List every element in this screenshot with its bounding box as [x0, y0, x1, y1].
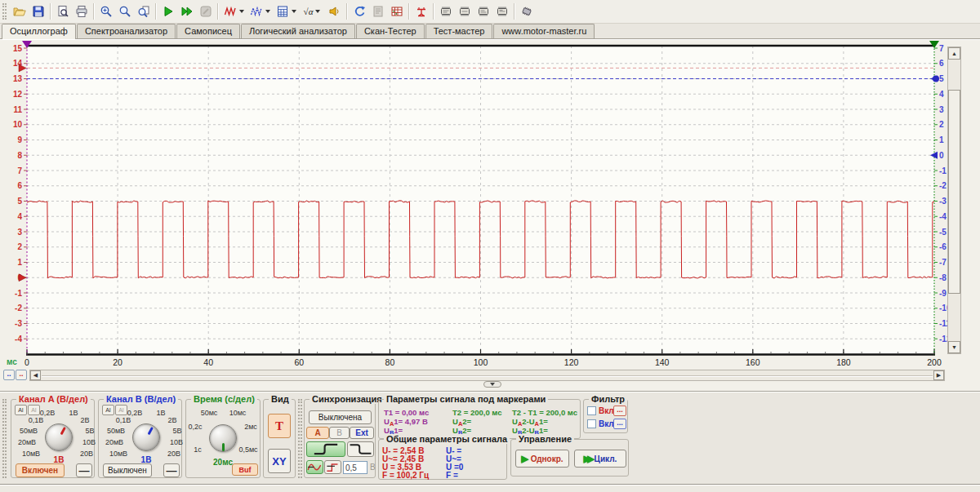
time-title: Время (с/дел) — [191, 394, 257, 404]
chip-4-icon[interactable] — [492, 2, 511, 20]
print-icon[interactable] — [72, 2, 91, 20]
chip-5-icon[interactable] — [517, 2, 536, 20]
print-preview-icon[interactable] — [53, 2, 72, 20]
channel-b-mode-1-button[interactable]: АІ — [102, 405, 114, 415]
falling-edge-icon — [348, 442, 373, 456]
svg-text:15: 15 — [13, 44, 23, 53]
axis-b-toggle-button[interactable]: .. — [16, 370, 27, 380]
channel-b-power-button[interactable]: Выключен — [103, 463, 152, 477]
general-params-title: Общие параметры сигнала — [384, 434, 510, 444]
run-control-group: Управление ▶ Однокр. ▶▶Цикл. — [510, 439, 629, 476]
buffer-button[interactable]: Buf — [232, 463, 258, 476]
view-t-button[interactable]: T — [268, 414, 291, 438]
svg-text:3: 3 — [17, 228, 22, 237]
scrollbar-track[interactable] — [42, 375, 933, 377]
scroll-up-icon[interactable]: ▲ — [948, 47, 960, 60]
sync-source-ext-button[interactable]: Ext — [350, 427, 374, 439]
svg-text:7: 7 — [17, 166, 22, 175]
filter-a-more-button[interactable]: ... — [613, 406, 626, 416]
view-xy-button[interactable]: XY — [268, 449, 291, 473]
tab-recorder[interactable]: Самописец — [176, 24, 240, 38]
tab-oscilloscope[interactable]: Осциллограф — [2, 24, 76, 39]
start-cycle-icon[interactable] — [177, 2, 196, 20]
knob-pointer — [60, 427, 65, 435]
tab-scan-tester[interactable]: Скан-Тестер — [356, 24, 425, 38]
sync-rising-edge-button[interactable] — [306, 441, 345, 457]
channel-a-group: Канал A (В/дел) АІ АІ 0,2В1В0,1В2В50мВ5В… — [11, 399, 95, 478]
double-play-icon: ▶▶ — [584, 454, 591, 463]
tab-logic-analyzer[interactable]: Логический анализатор — [241, 24, 355, 38]
channel-a-signal-menu-icon[interactable] — [220, 2, 247, 20]
channel-a-knob[interactable] — [45, 423, 73, 451]
toolbar-separator — [514, 3, 514, 20]
start-icon[interactable] — [158, 2, 177, 20]
filter-b-more-button[interactable]: ... — [613, 419, 626, 429]
sync-falling-edge-button[interactable] — [347, 441, 374, 457]
sync-level-unit: В — [370, 463, 376, 472]
zoom-page-icon[interactable] — [134, 2, 153, 20]
toolbar-grip[interactable] — [2, 3, 7, 20]
chip-3-icon[interactable] — [474, 2, 492, 20]
channel-a-power-button[interactable]: Включен — [16, 463, 65, 477]
sync-level-mode-1-button[interactable] — [306, 460, 323, 474]
refresh-icon[interactable] — [350, 2, 368, 20]
svg-text:9: 9 — [17, 135, 22, 144]
vertical-scrollbar[interactable]: ▲ ▼ — [947, 47, 961, 354]
toolbar-separator — [93, 3, 94, 20]
channel-b-knob[interactable] — [132, 423, 160, 451]
scroll-right-icon[interactable]: ▶ — [933, 370, 944, 380]
axis-a-toggle-button[interactable]: .. — [3, 370, 15, 380]
filter-b-checkbox[interactable] — [587, 419, 596, 428]
sync-off-button[interactable]: Выключена — [309, 410, 372, 424]
scrollbar-thumb[interactable] — [948, 90, 960, 294]
horizontal-scrollbar[interactable]: ◀ ▶ — [29, 370, 945, 381]
panel-grip[interactable] — [298, 399, 302, 478]
time-current-scale: 20мс — [213, 458, 233, 467]
filter-title: Фильтр — [589, 394, 627, 404]
channel-b-signal-menu-icon[interactable] — [247, 2, 273, 20]
filter-a-checkbox[interactable] — [587, 406, 596, 415]
sync-source-b-button[interactable]: B — [329, 427, 350, 439]
chip-1-icon[interactable] — [436, 2, 455, 20]
oscilloscope-plot[interactable]: 0204060801001201401601802001514131211109… — [0, 40, 980, 392]
svg-text:8: 8 — [17, 151, 22, 160]
svg-text:-4: -4 — [939, 212, 947, 221]
sine-level-icon — [307, 461, 323, 473]
svg-text:-2: -2 — [939, 181, 947, 190]
sync-level-input[interactable] — [343, 461, 368, 474]
tab-test-master[interactable]: Тест-мастер — [425, 24, 493, 38]
cycle-run-button[interactable]: ▶▶Цикл. — [574, 450, 626, 468]
device-table-icon[interactable] — [387, 2, 406, 20]
calculator-menu-icon[interactable] — [273, 2, 299, 20]
stand-icon[interactable] — [412, 2, 430, 20]
tab-website[interactable]: www.motor-master.ru — [493, 24, 595, 38]
math-functions-menu-icon[interactable]: √α — [299, 2, 325, 20]
channel-a-current-scale: 1В — [54, 455, 65, 464]
channel-a-mode-1-button[interactable]: АІ — [15, 405, 27, 415]
svg-text:1: 1 — [17, 258, 22, 267]
sync-source-a-button[interactable]: A — [306, 427, 329, 439]
panel-grip[interactable] — [2, 399, 7, 478]
channel-a-invert-button[interactable]: — — [76, 463, 92, 477]
zoom-window-icon[interactable] — [115, 2, 134, 20]
sync-level-mode-2-button[interactable] — [324, 460, 341, 474]
panel-splitter-button[interactable] — [483, 381, 501, 388]
status-bar — [0, 485, 980, 492]
chip-2-icon[interactable] — [455, 2, 474, 20]
sound-icon[interactable] — [325, 2, 344, 20]
save-icon[interactable] — [29, 2, 47, 20]
report-icon — [368, 2, 387, 20]
svg-text:12: 12 — [13, 90, 23, 99]
svg-text:140: 140 — [655, 357, 670, 367]
svg-text:-8: -8 — [939, 273, 947, 282]
scroll-left-icon[interactable]: ◀ — [30, 370, 41, 380]
tab-spectrum-analyzer[interactable]: Спектроанализатор — [77, 24, 176, 38]
open-file-icon[interactable] — [10, 2, 29, 20]
zoom-in-icon[interactable] — [96, 2, 115, 20]
marker-params-title: Параметры сигнала под маркерами — [384, 394, 548, 404]
single-run-button[interactable]: ▶ Однокр. — [515, 450, 569, 468]
channel-b-invert-button[interactable]: — — [163, 463, 180, 477]
toolbar-separator — [155, 3, 156, 20]
scroll-down-icon[interactable]: ▼ — [948, 341, 960, 353]
time-knob[interactable] — [209, 424, 237, 452]
